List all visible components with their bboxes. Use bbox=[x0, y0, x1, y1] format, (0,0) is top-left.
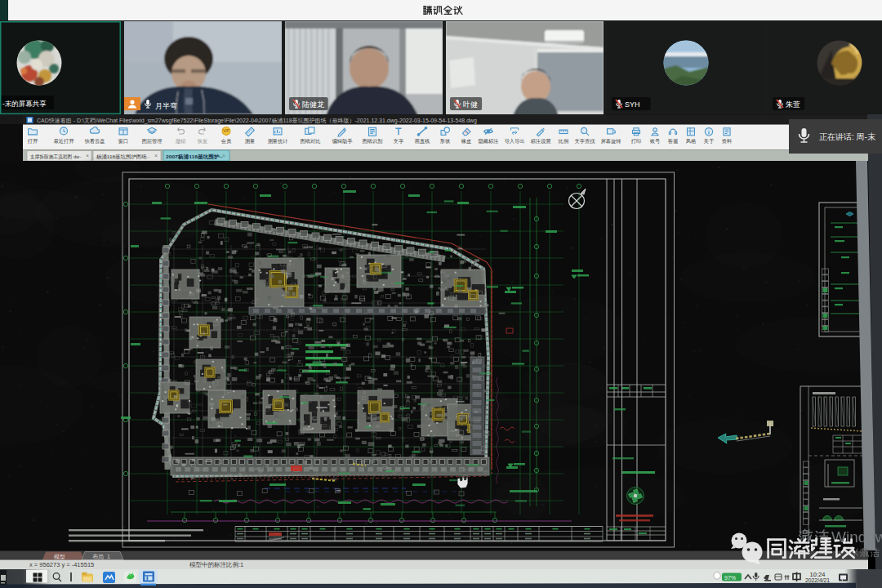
svg-text:-末的屏幕共享: -末的屏幕共享 bbox=[2, 100, 47, 108]
svg-text:SYH: SYH bbox=[625, 100, 640, 109]
svg-text:客服: 客服 bbox=[668, 138, 679, 145]
svg-text:97%: 97% bbox=[724, 575, 736, 581]
svg-text:朱萱: 朱萱 bbox=[786, 100, 800, 109]
svg-text:CAD快速看图 - D:\文档\WeChat Files\w: CAD快速看图 - D:\文档\WeChat Files\wxid_sm27ws… bbox=[37, 117, 477, 124]
svg-text:VIP: VIP bbox=[223, 129, 229, 133]
svg-text:账号: 账号 bbox=[650, 138, 660, 144]
svg-text:屏幕旋转: 屏幕旋转 bbox=[601, 138, 621, 145]
svg-text:文字查找: 文字查找 bbox=[575, 138, 595, 144]
svg-text:正在讲话: 周-末: 正在讲话: 周-末 bbox=[819, 132, 875, 141]
svg-text:模型: 模型 bbox=[54, 554, 65, 560]
svg-text:图纸对比: 图纸对比 bbox=[301, 138, 321, 145]
svg-text:叶健: 叶健 bbox=[463, 100, 478, 109]
svg-text:图纸识别: 图纸识别 bbox=[363, 138, 383, 145]
svg-text:图层管理: 图层管理 bbox=[142, 138, 163, 145]
svg-text:月半弯: 月半弯 bbox=[155, 102, 177, 110]
svg-text:编辑助手: 编辑助手 bbox=[332, 138, 354, 145]
svg-text:Windows: Windows bbox=[831, 528, 882, 546]
svg-text:文字: 文字 bbox=[394, 138, 403, 144]
svg-text:x = 956273 y = -415515: x = 956273 y = -415515 bbox=[29, 561, 94, 568]
svg-text:形状: 形状 bbox=[440, 138, 450, 144]
svg-text:测量: 测量 bbox=[245, 138, 255, 145]
svg-text:1: 1 bbox=[107, 554, 110, 559]
svg-text:模型中的标注比例:1: 模型中的标注比例:1 bbox=[189, 561, 243, 568]
svg-text:导入导出: 导入导出 bbox=[505, 138, 525, 144]
svg-text:风格: 风格 bbox=[686, 138, 697, 145]
svg-text:×: × bbox=[86, 153, 89, 158]
svg-text:资料: 资料 bbox=[722, 138, 732, 144]
svg-text:会员: 会员 bbox=[221, 138, 232, 144]
svg-text:打开: 打开 bbox=[27, 138, 38, 145]
svg-text:撤销: 撤销 bbox=[176, 138, 185, 145]
svg-text:打印: 打印 bbox=[630, 138, 641, 145]
svg-text:橡皮: 橡皮 bbox=[461, 138, 471, 145]
svg-text:最近打开: 最近打开 bbox=[54, 138, 75, 145]
svg-text:快看云盘: 快看云盘 bbox=[84, 138, 105, 145]
svg-text:隐藏标注: 隐藏标注 bbox=[479, 138, 499, 145]
svg-text:画直线: 画直线 bbox=[415, 138, 430, 144]
svg-text:×: × bbox=[222, 153, 225, 158]
svg-text:恢复: 恢复 bbox=[197, 138, 207, 145]
svg-text:测量统计: 测量统计 bbox=[268, 138, 289, 145]
svg-text:关于: 关于 bbox=[704, 138, 715, 144]
svg-text:支撑拆除施工流程图 dw··: 支撑拆除施工流程图 dw·· bbox=[29, 154, 82, 160]
svg-text:陆健龙: 陆健龙 bbox=[302, 100, 324, 109]
svg-text:2007杨浦118基坑围护··: 2007杨浦118基坑围护·· bbox=[166, 154, 223, 160]
svg-text:×: × bbox=[154, 153, 158, 158]
svg-text:布局: 布局 bbox=[92, 554, 104, 560]
svg-text:窗口: 窗口 bbox=[118, 138, 128, 145]
svg-text:标注设置: 标注设置 bbox=[530, 138, 552, 145]
svg-text:2022/4/21: 2022/4/21 bbox=[805, 577, 830, 583]
svg-text:比例: 比例 bbox=[559, 138, 568, 145]
